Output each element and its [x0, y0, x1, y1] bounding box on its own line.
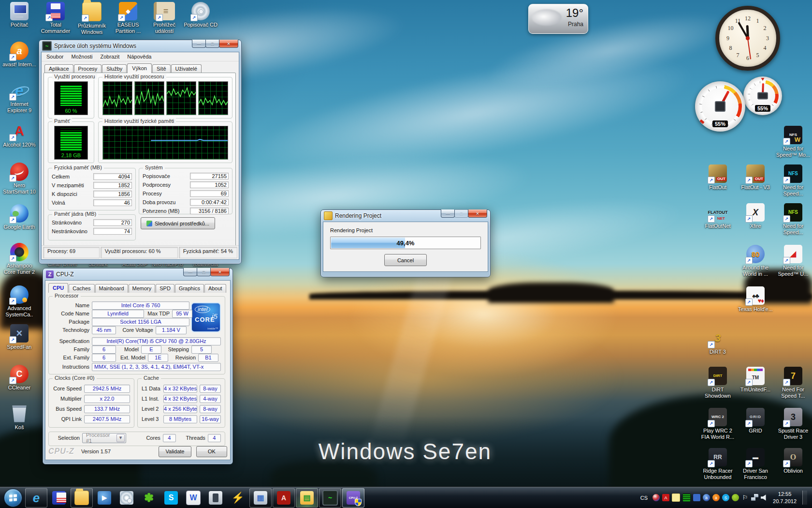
menu-napoveda[interactable]: Nápověda — [123, 53, 155, 60]
nvidia-tray-icon[interactable] — [732, 494, 739, 501]
desktop-icon-oblivion[interactable]: O↗Oblivion — [774, 448, 812, 474]
desktop-icon-easeus-partition[interactable]: ◆↗EASEUS Partition ... — [111, 2, 145, 34]
cpuz-titlebar[interactable]: Z CPU-Z — □ × — [45, 269, 231, 280]
tab-cpu[interactable]: CPU — [48, 283, 68, 293]
activity-meter-icon[interactable] — [682, 493, 691, 502]
desktop-icon-spustit-race-driver-3[interactable]: 3↗Spustit Race Driver 3 — [774, 408, 812, 440]
dialog-titlebar[interactable]: Rendering Project — □ × — [323, 210, 488, 222]
minimize-button[interactable]: — — [183, 268, 197, 276]
desktop-icon-google-earth[interactable]: ↗Google Earth — [1, 204, 38, 230]
tab-mainboard[interactable]: Mainboard — [95, 284, 128, 293]
desktop-icon-speedfan[interactable]: ×↗SpeedFan — [1, 324, 38, 350]
desktop-icon-ashampoo-core-tuner-2[interactable]: ↗Ashampoo Core Tuner 2 — [1, 243, 38, 275]
taskbar-button-media-player[interactable]: ▶ — [94, 489, 115, 507]
panel-app-icon[interactable] — [693, 494, 700, 501]
desktop-icon-dirt-showdown[interactable]: DIRT↗DiRT Showdown — [699, 367, 737, 399]
desktop-icon-popisova-cd[interactable]: ↗Popisovač CD — [183, 2, 218, 28]
desktop-icon-flatout[interactable]: OUT↗FlatOut — [699, 164, 737, 191]
close-button[interactable]: × — [219, 40, 238, 48]
desktop-icon-need-for-speed-mo[interactable]: NFSW↗Need for Speed™ Mo... — [774, 126, 812, 158]
desktop-icon-texas-hold-e[interactable]: ♠♣♥♦↗Texas Hold'e... — [737, 286, 774, 313]
taskbar-button-phone-app[interactable] — [205, 489, 226, 507]
tab-site[interactable]: Sítě — [152, 64, 171, 73]
desktop-icon-around-the-world-in[interactable]: 80↗Around the World in ... — [737, 245, 774, 277]
desktop-icon-ccleaner[interactable]: C↗CCleaner — [1, 365, 38, 391]
desktop-icon-ko[interactable]: Koš — [1, 404, 38, 431]
desktop-icon-po-ta[interactable]: Počítač — [2, 2, 37, 28]
close-button[interactable]: × — [468, 209, 487, 218]
taskbar-button-utility-app[interactable]: ▦ — [249, 488, 272, 508]
ok-button[interactable]: OK — [196, 446, 227, 457]
taskbar-button-internet-explorer[interactable]: e — [25, 488, 47, 508]
taskbar-button-disc-media-app[interactable] — [116, 489, 137, 507]
taskbar-button-winamp[interactable]: ⚡ — [227, 489, 248, 507]
clock-gadget[interactable]: 123456789101112 — [715, 6, 780, 71]
taskbar-button-adobe-app[interactable]: A — [273, 488, 295, 508]
taskbar-button-windows-explorer[interactable] — [71, 488, 93, 508]
messenger-tray-icon[interactable]: S — [722, 494, 729, 501]
adobe-tray-icon[interactable]: A — [662, 494, 669, 501]
color-ball-icon[interactable] — [652, 494, 660, 501]
taskbar-button-icq[interactable]: ✽ — [138, 489, 160, 507]
processor-select[interactable]: Processor #1▾ — [82, 433, 126, 443]
desktop-icon-need-for-speed[interactable]: NFS↗Need for Speed... — [774, 203, 812, 235]
resource-monitor-button[interactable]: Sledování prostředků... — [141, 217, 215, 229]
minimize-button[interactable]: — — [192, 40, 206, 48]
tray-clock[interactable]: 12:55 20.7.2012 — [771, 491, 797, 505]
minimize-button[interactable]: — — [441, 209, 455, 218]
sticky-notes-icon[interactable] — [672, 493, 680, 502]
validate-button[interactable]: Validate — [159, 446, 191, 457]
tab-procesy[interactable]: Procesy — [74, 64, 102, 73]
desktop-icon-need-for-speed-t[interactable]: 7↗Need For Speed T... — [774, 367, 812, 399]
desktop-icon-advanced-systemca[interactable]: ↗Advanced SystemCa.. — [1, 285, 38, 317]
volume-tray-icon[interactable] — [761, 494, 768, 501]
blue-app-icon[interactable]: a — [703, 494, 710, 501]
desktop-icon-avast-intern[interactable]: a↗avast! Intern... — [1, 42, 38, 68]
taskbar-button-cpu-z[interactable]: CPU-Z — [342, 488, 364, 508]
weather-gadget[interactable]: 19° Praha — [528, 4, 588, 34]
language-indicator[interactable]: CS — [638, 495, 650, 501]
desktop-icon-ridge-racer-unbounded[interactable]: RR↗Ridge Racer Unbounded — [699, 448, 737, 480]
menu-moznosti[interactable]: Možnosti — [67, 53, 96, 60]
ram-gauge-gadget[interactable]: 55% — [743, 76, 782, 115]
tab-spd[interactable]: SPD — [156, 284, 174, 293]
maximize-button[interactable]: □ — [205, 40, 219, 48]
taskbar-button-skype[interactable]: S — [160, 489, 182, 507]
desktop-icon-need-for-speed-u[interactable]: ◢↗Need for Speed™ U... — [774, 245, 812, 277]
desktop-icon-internet-explorer-9[interactable]: e↗Internet Explorer 9 — [1, 81, 38, 113]
menu-zobrazit[interactable]: Zobrazit — [97, 53, 124, 60]
desktop-icon-flatout-v3[interactable]: OUT↗FlatOut - V3 — [737, 164, 774, 191]
taskbar-button-folder-window[interactable]: ▤ — [296, 488, 318, 508]
desktop-icon-tmunitedf[interactable]: TM↗TmUnitedF... — [737, 367, 774, 393]
tab-vykon[interactable]: Výkon — [127, 63, 152, 73]
tab-about[interactable]: About — [204, 284, 226, 293]
desktop-icon-play-wrc-2-fia-world-r[interactable]: WRC 2↗Play WRC 2 FIA World R... — [699, 408, 737, 440]
desktop-icon-nero-startsmart-10[interactable]: ↗Nero StartSmart 10 — [1, 163, 38, 194]
desktop-icon-flatoutnet[interactable]: FLATOUTNET↗FlatOutNet — [699, 203, 737, 229]
network-tray-icon[interactable] — [751, 494, 758, 501]
tab-sluzby[interactable]: Služby — [102, 64, 127, 73]
desktop-icon-xfire[interactable]: X↗Xfire — [737, 203, 774, 229]
desktop-icon-pr-zkumn-k-windows[interactable]: ↗Průzkumník Windows — [74, 2, 109, 35]
avast-tray-icon[interactable]: a — [712, 494, 720, 501]
taskbar-button-word[interactable]: W — [183, 489, 204, 507]
taskbar-button-total-commander[interactable] — [48, 489, 70, 507]
taskbar-button-task-manager[interactable]: ~ — [319, 488, 341, 508]
task-manager-titlebar[interactable]: ~ Správce úloh systému Windows — □ × — [41, 40, 239, 52]
tab-uzivatele[interactable]: Uživatelé — [171, 64, 202, 73]
menu-soubor[interactable]: Soubor — [43, 53, 67, 60]
start-button[interactable] — [4, 489, 22, 507]
desktop-icon-driver-san-francisco[interactable]: ▬↗Driver San Francisco — [737, 448, 774, 480]
tab-aplikace[interactable]: Aplikace — [44, 64, 73, 73]
close-button[interactable]: × — [210, 268, 230, 276]
cpu-gauge-gadget[interactable]: 55% — [695, 81, 745, 132]
show-desktop-button[interactable] — [802, 491, 807, 505]
tab-memory[interactable]: Memory — [129, 284, 156, 293]
desktop-icon-dirt-3[interactable]: 3↗DiRT 3 — [699, 329, 737, 355]
maximize-button[interactable]: □ — [197, 268, 211, 276]
action-center-icon[interactable]: ⚐ — [741, 494, 749, 501]
desktop-icon-alcohol-120[interactable]: A↗Alcohol 120% — [1, 122, 38, 148]
tab-graphics[interactable]: Graphics — [175, 284, 204, 293]
desktop-icon-prohl-e-ud-lost[interactable]: ≡↗Prohlížeč událostí — [147, 2, 182, 34]
tab-caches[interactable]: Caches — [69, 284, 94, 293]
